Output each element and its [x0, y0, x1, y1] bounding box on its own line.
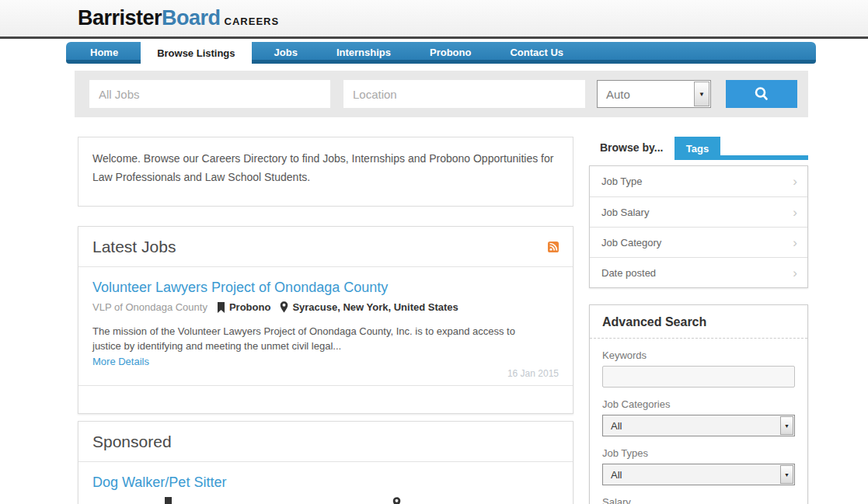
dropdown-arrow-button[interactable]: ▼	[780, 465, 793, 484]
rss-icon[interactable]	[548, 242, 559, 252]
job-company: VLP of Onondaga County	[92, 301, 207, 313]
location-pin-icon	[280, 301, 288, 313]
search-bar: Auto ▼	[75, 71, 808, 117]
chevron-right-icon: ›	[793, 266, 797, 280]
nav-item-probono[interactable]: Probono	[413, 42, 487, 64]
browse-by-list: Job Type › Job Salary › Job Category › D…	[589, 165, 808, 288]
job-location: Syracuse, New York, United States	[292, 301, 458, 313]
search-button[interactable]	[726, 80, 797, 108]
advanced-search-title: Advanced Search	[602, 305, 795, 338]
search-type-selected-value: Auto	[598, 88, 630, 101]
job-categories-label: Job Categories	[602, 398, 795, 410]
welcome-text: Welcome. Browse our Careers Directory to…	[92, 152, 553, 183]
browse-item-job-category[interactable]: Job Category ›	[590, 227, 807, 257]
more-details-link[interactable]: More Details	[92, 356, 149, 367]
location-pin-icon	[392, 497, 401, 504]
keywords-label: Keywords	[602, 349, 795, 361]
search-icon	[753, 85, 770, 103]
job-date: 16 Jan 2015	[92, 368, 559, 385]
brand-name-black: Barrister	[78, 6, 162, 30]
dashed-divider	[590, 338, 807, 339]
tags-tab-underline	[675, 155, 808, 160]
welcome-box: Welcome. Browse our Careers Directory to…	[78, 137, 573, 207]
job-types-select[interactable]: All ▼	[602, 464, 795, 485]
search-type-select[interactable]: Auto ▼	[597, 80, 711, 108]
job-title-link[interactable]: Volunteer Lawyers Project of Onondaga Co…	[92, 280, 559, 296]
job-types-label: Job Types	[602, 447, 795, 459]
sidebar-tabs: Browse by... Tags	[589, 137, 808, 160]
browse-item-job-salary[interactable]: Job Salary ›	[590, 196, 807, 227]
job-listing: Volunteer Lawyers Project of Onondaga Co…	[78, 267, 573, 385]
browse-item-label: Date posted	[601, 267, 656, 279]
sponsored-panel: Sponsored Dog Walker/Pet Sitter	[78, 421, 573, 504]
chevron-down-icon: ▼	[784, 472, 790, 478]
search-keywords-input[interactable]	[89, 80, 330, 108]
browse-item-label: Job Type	[601, 176, 643, 187]
chevron-down-icon: ▼	[784, 423, 790, 429]
browse-item-label: Job Category	[601, 237, 661, 249]
chevron-right-icon: ›	[793, 175, 797, 188]
nav-item-contact-us[interactable]: Contact Us	[493, 42, 580, 64]
main-nav: Home Browse Listings Jobs Internships Pr…	[66, 42, 816, 64]
keywords-input[interactable]	[602, 366, 795, 388]
nav-item-jobs[interactable]: Jobs	[258, 42, 314, 64]
bookmark-icon	[164, 497, 173, 504]
dropdown-arrow-button[interactable]: ▼	[780, 416, 793, 435]
chevron-right-icon: ›	[793, 236, 797, 249]
advanced-search-panel: Advanced Search Keywords Job Categories …	[589, 304, 808, 504]
sponsored-job-title-link[interactable]: Dog Walker/Pet Sitter	[92, 474, 559, 491]
browse-item-job-type[interactable]: Job Type ›	[590, 166, 807, 196]
site-header: BarristerBoard CAREERS	[0, 0, 868, 39]
job-categories-selected-value: All	[603, 420, 622, 432]
chevron-right-icon: ›	[793, 206, 797, 219]
dropdown-arrow-button[interactable]: ▼	[694, 82, 709, 106]
sponsored-job-listing: Dog Walker/Pet Sitter	[78, 462, 573, 504]
latest-jobs-title: Latest Jobs	[92, 238, 176, 256]
brand-name-blue: Board	[162, 6, 221, 30]
nav-item-browse-listings[interactable]: Browse Listings	[141, 42, 251, 69]
brand-suffix: CAREERS	[225, 16, 280, 27]
bookmark-icon	[217, 302, 225, 313]
sponsored-title: Sponsored	[92, 433, 172, 451]
brand-logo: BarristerBoard CAREERS	[78, 6, 279, 30]
nav-item-internships[interactable]: Internships	[320, 42, 407, 64]
latest-jobs-panel: Latest Jobs Volunteer Lawyers Project of…	[78, 226, 573, 414]
job-type: Probono	[229, 301, 270, 313]
chevron-down-icon: ▼	[699, 91, 705, 98]
job-description: The mission of the Volunteer Lawyers Pro…	[92, 324, 540, 353]
browse-item-label: Job Salary	[601, 207, 649, 218]
nav-item-home[interactable]: Home	[74, 42, 134, 64]
job-categories-select[interactable]: All ▼	[602, 415, 795, 436]
tab-browse-by[interactable]: Browse by...	[600, 141, 663, 154]
search-location-input[interactable]	[343, 80, 585, 108]
salary-label: Salary	[602, 496, 795, 504]
panel-footer	[78, 385, 573, 413]
job-types-selected-value: All	[603, 469, 622, 481]
browse-item-date-posted[interactable]: Date posted ›	[590, 257, 807, 287]
